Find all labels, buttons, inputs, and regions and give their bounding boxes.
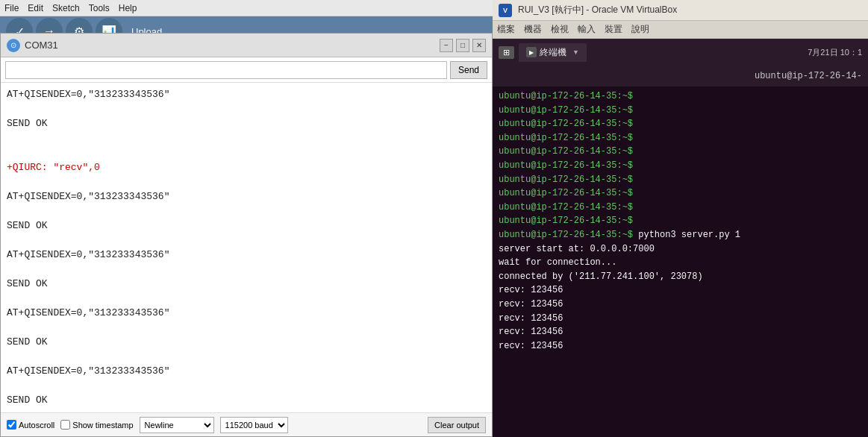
term-prompt: ubuntu@ip-172-26-14-35:~$ <box>499 188 633 198</box>
term-output: recv: 123456 <box>499 341 563 351</box>
terminal-dropdown-icon: ▼ <box>572 48 579 56</box>
timestamp-label[interactable]: Show timestamp <box>60 420 133 430</box>
serial-output-line: AT+QISENDEX=0,"313233343536" <box>7 306 486 321</box>
serial-output-line: AT+QISENDEX=0,"313233343536" <box>7 189 486 204</box>
term-prompt: ubuntu@ip-172-26-14-35:~$ <box>499 105 633 116</box>
serial-output-line: AT+QISENDEX=0,"313233343536" <box>7 87 486 102</box>
term-cmd: python3 server.py 1 <box>633 230 740 240</box>
vbox-menu-help[interactable]: 說明 <box>631 23 649 36</box>
term-prompt: ubuntu@ip-172-26-14-35:~$ <box>499 133 633 143</box>
serial-output-line: SEND OK <box>7 393 486 408</box>
terminal-line: recv: 123456 <box>499 298 862 312</box>
term-output: wait for connection... <box>499 257 616 268</box>
serial-input[interactable] <box>5 61 447 79</box>
vbox-title: RUI_V3 [執行中] - Oracle VM VirtualBox <box>518 4 677 16</box>
term-prompt: ubuntu@ip-172-26-14-35:~$ <box>499 175 633 185</box>
term-output: recv: 123456 <box>499 285 563 295</box>
newline-select[interactable]: Newline No line ending Carriage return B… <box>140 417 214 433</box>
serial-titlebar: ⊙ COM31 − □ ✕ <box>1 34 492 57</box>
vbox-menu-file[interactable]: 檔案 <box>497 23 515 36</box>
terminal-line: recv: 123456 <box>499 283 862 298</box>
vbox-window: V RUI_V3 [執行中] - Oracle VM VirtualBox 檔案… <box>493 0 868 437</box>
menu-file[interactable]: File <box>4 3 19 13</box>
term-prompt: ubuntu@ip-172-26-14-35:~$ <box>499 91 633 101</box>
term-output: recv: 123456 <box>499 299 563 309</box>
autoscroll-checkbox[interactable] <box>7 420 16 430</box>
terminal-line: ubuntu@ip-172-26-14-35:~$ <box>499 173 862 187</box>
term-prompt: ubuntu@ip-172-26-14-35:~$ <box>499 119 633 129</box>
serial-output-line: SEND OK <box>7 218 486 233</box>
maximize-button[interactable]: □ <box>456 39 469 52</box>
serial-title: COM31 <box>25 40 58 51</box>
serial-output: AT+QISENDEX=0,"313233343536"SEND OK+QIUR… <box>1 83 492 412</box>
terminal-line: ubuntu@ip-172-26-14-35:~$ <box>499 186 862 201</box>
terminal-line: ubuntu@ip-172-26-14-35:~$ <box>499 117 862 131</box>
terminal-user: ubuntu@ip-172-26-14- <box>755 71 862 81</box>
menu-tools[interactable]: Tools <box>89 3 110 13</box>
term-prompt: ubuntu@ip-172-26-14-35:~$ <box>499 146 633 157</box>
close-button[interactable]: ✕ <box>472 39 486 52</box>
term-output: server start at: 0.0.0.0:7000 <box>499 244 655 254</box>
term-prompt: ubuntu@ip-172-26-14-35:~$ <box>499 216 633 226</box>
term-prompt: ubuntu@ip-172-26-14-35:~$ <box>499 160 633 171</box>
term-prompt: ubuntu@ip-172-26-14-35:~$ <box>499 230 633 240</box>
serial-output-line: AT+QISENDEX=0,"313233343536" <box>7 364 486 379</box>
vbox-toolbar: ⊞ ▶ 終端機 ▼ 7月21日 10：1 <box>493 39 868 66</box>
titlebar-controls: − □ ✕ <box>440 39 486 52</box>
terminal-line: connected by ('211.77.241.100', 23078) <box>499 270 862 284</box>
terminal-icon: ▶ <box>526 47 537 57</box>
vbox-logo-icon: V <box>499 4 512 17</box>
terminal-line: ubuntu@ip-172-26-14-35:~$ <box>499 214 862 228</box>
clear-output-button[interactable]: Clear output <box>428 417 486 433</box>
vbox-datetime: 7月21日 10：1 <box>808 47 862 58</box>
terminal-line: ubuntu@ip-172-26-14-35:~$ <box>499 201 862 215</box>
serial-output-line: AT+QISENDEX=0,"313233343536" <box>7 248 486 262</box>
vbox-menu-view[interactable]: 檢視 <box>551 23 569 36</box>
serial-icon: ⊙ <box>7 39 20 52</box>
vbox-titlebar: V RUI_V3 [執行中] - Oracle VM VirtualBox <box>493 0 868 21</box>
terminal-line: ubuntu@ip-172-26-14-35:~$ <box>499 145 862 159</box>
terminal-line: ubuntu@ip-172-26-14-35:~$ <box>499 131 862 145</box>
terminal-line: recv: 123456 <box>499 339 862 353</box>
vbox-menu-input[interactable]: 輸入 <box>578 23 596 36</box>
terminal-line: ubuntu@ip-172-26-14-35:~$ python3 server… <box>499 228 862 242</box>
terminal-line: recv: 123456 <box>499 325 862 339</box>
terminal-content[interactable]: ubuntu@ip-172-26-14-35:~$ubuntu@ip-172-2… <box>493 87 868 437</box>
terminal-tab[interactable]: ▶ 終端機 ▼ <box>519 43 587 62</box>
vbox-menubar: 檔案 機器 檢視 輸入 裝置 說明 <box>493 21 868 39</box>
serial-input-bar: Send <box>1 57 492 83</box>
vbox-menu-machine[interactable]: 機器 <box>524 23 542 36</box>
menu-edit[interactable]: Edit <box>28 3 43 13</box>
vbox-menu-devices[interactable]: 裝置 <box>605 23 622 36</box>
term-output: recv: 123456 <box>499 313 563 324</box>
terminal-header: ubuntu@ip-172-26-14- <box>493 66 868 87</box>
terminal-tab-label: 終端機 <box>540 46 566 59</box>
timestamp-checkbox[interactable] <box>60 420 70 430</box>
activity-button[interactable]: ⊞ <box>499 46 514 59</box>
terminal-line: server start at: 0.0.0.0:7000 <box>499 242 862 257</box>
serial-footer: Autoscroll Show timestamp Newline No lin… <box>1 412 492 436</box>
minimize-button[interactable]: − <box>440 39 453 52</box>
menu-sketch[interactable]: Sketch <box>52 3 80 13</box>
serial-output-line: +QIURC: "recv",0 <box>7 160 486 175</box>
serial-output-line: SEND OK <box>7 277 486 292</box>
term-output: recv: 123456 <box>499 327 563 337</box>
menu-help[interactable]: Help <box>119 3 137 13</box>
serial-output-line: SEND OK <box>7 116 486 131</box>
terminal-line: recv: 123456 <box>499 312 862 326</box>
serial-output-line: SEND OK <box>7 335 486 350</box>
baud-select[interactable]: 115200 baud 9600 baud 19200 baud <box>220 417 288 433</box>
terminal-line: ubuntu@ip-172-26-14-35:~$ <box>499 159 862 173</box>
term-prompt: ubuntu@ip-172-26-14-35:~$ <box>499 202 633 213</box>
serial-monitor-window: ⊙ COM31 − □ ✕ Send AT+QISENDEX=0,"313233… <box>0 33 493 437</box>
terminal-line: ubuntu@ip-172-26-14-35:~$ <box>499 104 862 118</box>
term-output: connected by ('211.77.241.100', 23078) <box>499 271 703 282</box>
terminal-line: ubuntu@ip-172-26-14-35:~$ <box>499 89 862 104</box>
arduino-menubar: File Edit Sketch Tools Help <box>0 0 493 16</box>
terminal-line: wait for connection... <box>499 256 862 270</box>
autoscroll-label[interactable]: Autoscroll <box>7 420 54 430</box>
send-button[interactable]: Send <box>450 61 487 79</box>
